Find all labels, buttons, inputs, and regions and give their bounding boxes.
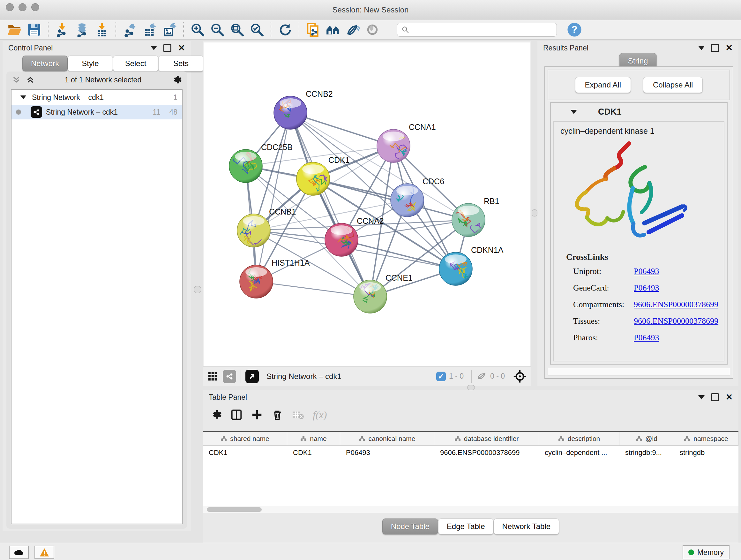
preview-eye-icon[interactable]	[362, 21, 382, 38]
save-session-icon[interactable]	[24, 21, 44, 38]
refresh-layout-icon[interactable]	[275, 21, 295, 38]
table-cell[interactable]: CDK1	[203, 446, 287, 460]
table-horizontal-scrollbar[interactable]	[203, 506, 738, 513]
tab-select[interactable]: Select	[113, 56, 158, 71]
panel-float-icon[interactable]	[163, 44, 172, 52]
graph-node-CDK1[interactable]: CDK1	[296, 155, 350, 195]
panel-menu-icon[interactable]	[698, 46, 704, 50]
column-header-canonical-name[interactable]: canonical name	[340, 432, 434, 445]
vertical-splitter-handle[interactable]	[194, 286, 201, 293]
selected-checkbox-icon[interactable]: ✓	[436, 372, 446, 381]
column-header-name[interactable]: name	[287, 432, 340, 445]
graph-edge-ccnb2-ccne1[interactable]	[290, 113, 370, 297]
grid-view-icon[interactable]	[207, 371, 218, 382]
cdk1-section-header[interactable]: CDK1	[551, 103, 727, 121]
string-home-icon[interactable]	[323, 21, 343, 38]
pan-crosshair-icon[interactable]	[513, 370, 527, 383]
crosslink-row: Compartments:9606.ENSP00000378699	[573, 300, 724, 309]
zoom-fit-icon[interactable]	[227, 21, 247, 38]
crosslink-link[interactable]: P06493	[634, 333, 659, 343]
table-cell[interactable]: cyclin–dependent ...	[539, 446, 619, 460]
table-cell[interactable]: 9606.ENSP00000378699	[434, 446, 539, 460]
tab-sets[interactable]: Sets	[158, 56, 204, 71]
network-share-icon[interactable]	[223, 370, 236, 383]
delete-column-icon[interactable]	[271, 409, 283, 421]
graph-node-CDC25B[interactable]: CDC25B	[229, 143, 293, 183]
crosslink-link[interactable]: 9606.ENSP00000378699	[634, 300, 718, 309]
column-header-description[interactable]: description	[539, 432, 619, 445]
zoom-selected-icon[interactable]	[247, 21, 267, 38]
collapse-all-button[interactable]: Collapse All	[643, 77, 703, 93]
tab-network[interactable]: Network	[22, 56, 68, 71]
table-cell[interactable]: P06493	[340, 446, 434, 460]
hidden-eye-slash-icon[interactable]	[476, 372, 487, 381]
export-network-icon[interactable]	[120, 21, 140, 38]
network-graph[interactable]: CCNB2CCNA1CDC25BCDK1CDC6RB1CCNB1CCNA2CDK…	[204, 43, 530, 366]
results-scroll-track[interactable]	[548, 368, 730, 375]
vertical-splitter-handle[interactable]	[532, 209, 537, 216]
graph-edge-ccnb2-hist1h1a[interactable]	[256, 113, 290, 282]
column-header-shared-name[interactable]: shared name	[203, 432, 287, 445]
table-cell[interactable]: stringdb	[674, 446, 738, 460]
tab-edge-table[interactable]: Edge Table	[438, 518, 494, 535]
graph-node-CCNB1[interactable]: CCNB1	[236, 207, 296, 248]
panel-float-icon[interactable]	[711, 393, 719, 401]
birds-eye-view-icon[interactable]	[246, 370, 259, 383]
graph-node-CCNA1[interactable]: CCNA1	[377, 123, 436, 163]
table-row[interactable]: CDK1CDK1P064939606.ENSP00000378699cyclin…	[203, 446, 738, 460]
hide-unhide-icon[interactable]	[343, 21, 362, 38]
open-file-icon[interactable]	[4, 21, 24, 38]
node-table: shared namenamecanonical namedatabase id…	[203, 431, 738, 513]
show-columns-icon[interactable]	[230, 409, 243, 421]
collapse-all-icon[interactable]	[11, 75, 21, 84]
network-canvas[interactable]: CCNB2CCNA1CDC25BCDK1CDC6RB1CCNB1CCNA2CDK…	[204, 43, 530, 366]
warnings-button[interactable]	[35, 546, 54, 559]
crosslink-link[interactable]: 9606.ENSP00000378699	[634, 316, 718, 326]
zoom-out-icon[interactable]	[207, 21, 227, 38]
column-header-namespace[interactable]: namespace	[674, 432, 738, 445]
panel-menu-icon[interactable]	[151, 46, 157, 50]
tab-style[interactable]: Style	[68, 56, 113, 71]
import-table-icon[interactable]	[92, 21, 112, 38]
network-collection-row[interactable]: String Network – cdk1 1	[11, 90, 182, 105]
search-input[interactable]	[412, 25, 553, 34]
export-table-icon[interactable]	[140, 21, 159, 38]
graph-node-HIST1H1A[interactable]: HIST1H1A	[240, 258, 310, 298]
tab-network-table[interactable]: Network Table	[494, 518, 559, 535]
expand-all-icon[interactable]	[25, 75, 35, 84]
section-collapse-icon[interactable]	[570, 110, 577, 114]
add-column-icon[interactable]	[251, 409, 263, 421]
import-database-icon[interactable]	[72, 21, 92, 38]
panel-float-icon[interactable]	[711, 44, 719, 52]
import-network-icon[interactable]	[52, 21, 72, 38]
crosslink-label: Compartments:	[573, 300, 634, 309]
gear-icon[interactable]	[171, 74, 182, 85]
panel-close-icon[interactable]: ✕	[725, 394, 733, 400]
tab-node-table[interactable]: Node Table	[382, 518, 438, 535]
column-type-icon	[359, 436, 365, 442]
copy-network-icon[interactable]	[303, 21, 323, 38]
scrollbar-thumb[interactable]	[207, 507, 262, 512]
crosslink-link[interactable]: P06493	[634, 283, 659, 293]
memory-button[interactable]: Memory	[683, 545, 730, 559]
column-header-@id[interactable]: @id	[619, 432, 674, 445]
table-cell[interactable]: CDK1	[287, 446, 340, 460]
column-header-database-identifier[interactable]: database identifier	[434, 432, 539, 445]
network-row-selected[interactable]: String Network – cdk1 11 48	[11, 105, 182, 119]
horizontal-splitter-handle[interactable]	[467, 385, 475, 390]
panel-close-icon[interactable]: ✕	[725, 45, 733, 51]
panel-menu-icon[interactable]	[698, 395, 704, 399]
crosslink-link[interactable]: P06493	[634, 266, 659, 276]
cloud-button[interactable]	[9, 546, 29, 559]
graph-node-RB1[interactable]: RB1	[452, 197, 499, 237]
graph-edge-hist1h1a-ccne1[interactable]	[256, 282, 370, 297]
help-icon[interactable]: ?	[564, 21, 584, 38]
zoom-in-icon[interactable]	[188, 21, 207, 38]
expand-all-button[interactable]: Expand All	[575, 77, 631, 93]
graph-node-CDKN1A[interactable]: CDKN1A	[439, 246, 503, 286]
table-cell[interactable]: stringdb:9...	[619, 446, 674, 460]
tree-expand-icon[interactable]	[20, 96, 26, 99]
export-image-icon[interactable]	[159, 21, 179, 38]
table-settings-gear-icon[interactable]	[210, 409, 222, 421]
panel-close-icon[interactable]: ✕	[178, 45, 185, 51]
